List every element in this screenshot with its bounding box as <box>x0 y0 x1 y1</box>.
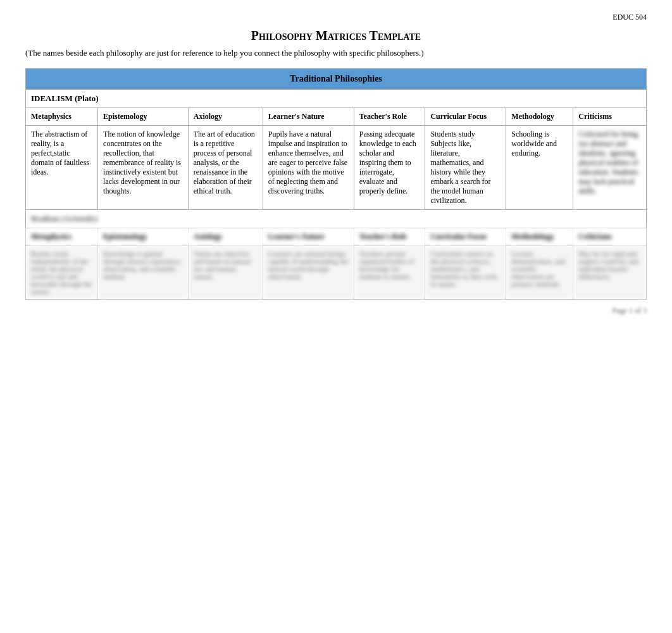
col2-header-epistemology: Epistemology <box>98 228 189 246</box>
realism-axiology: Values are objective and based on natura… <box>188 246 263 300</box>
realism-learner-nature: Learners are rational beings capable of … <box>263 246 354 300</box>
idealism-epistemology: The notion of knowledge concentrates on … <box>98 126 189 210</box>
second-content-row: Reality exists independently of the mind… <box>26 246 647 300</box>
idealism-teacher-role: Passing adecquate knowledge to each scho… <box>354 126 425 210</box>
col2-header-learner-nature: Learner's Nature <box>263 228 354 246</box>
idealism-metaphysics: The abstractism of reality, is a perfect… <box>26 126 98 210</box>
column-headers-row: Metaphysics Epistemology Axiology Learne… <box>26 108 647 126</box>
idealism-label-row: IDEALISM (Plato) <box>26 90 647 108</box>
realism-curricular-focus: Curriculum centers on the physical scien… <box>425 246 506 300</box>
col-header-learner-nature: Learner's Nature <box>263 108 354 126</box>
course-label: EDUC 504 <box>25 13 647 22</box>
section-header: Traditional Philosophies <box>26 69 647 90</box>
idealism-content-row: The abstractism of reality, is a perfect… <box>26 126 647 210</box>
col-header-methodology: Methodology <box>506 108 573 126</box>
idealism-axiology: The art of education is a repetitive pro… <box>188 126 263 210</box>
idealism-curricular-focus: Students study Subjects like, literature… <box>425 126 506 210</box>
realism-metaphysics: Reality exists independently of the mind… <box>26 246 98 300</box>
realism-teacher-role: Teachers present organized bodies of kno… <box>354 246 425 300</box>
col-header-teacher-role: Teacher's Role <box>354 108 425 126</box>
col-header-curricular-focus: Curricular Focus <box>425 108 506 126</box>
second-section-label-row: Realism (Aristotle) <box>26 210 647 228</box>
page-number: Page 1 of 3 <box>25 306 647 316</box>
realism-methodology: Lecture, demonstration, and scientific o… <box>506 246 573 300</box>
idealism-criticisms: Criticized for being too abstract and id… <box>573 126 647 210</box>
second-column-headers-row: Metaphysics Epistemology Axiology Learne… <box>26 228 647 246</box>
realism-epistemology: Knowledge is gained through sensory expe… <box>98 246 189 300</box>
col2-header-axiology: Axiology <box>188 228 263 246</box>
second-section-label: Realism (Aristotle) <box>26 210 647 228</box>
col2-header-teacher-role: Teacher's Role <box>354 228 425 246</box>
philosophy-matrix-table: Traditional Philosophies IDEALISM (Plato… <box>25 68 647 300</box>
col2-header-criticisms: Criticisms <box>573 228 647 246</box>
realism-criticisms: May be too rigid and neglect creativity … <box>573 246 647 300</box>
idealism-label: IDEALISM (Plato) <box>26 90 647 108</box>
col2-header-methodology: Methodology <box>506 228 573 246</box>
col2-header-curricular-focus: Curricular Focus <box>425 228 506 246</box>
col-header-criticisms: Criticisms <box>573 108 647 126</box>
idealism-methodology: Schooling is worldwide and enduring. <box>506 126 573 210</box>
page-subtitle: (The names beside each philosophy are ju… <box>25 48 647 58</box>
page-title: Philosophy Matrices Template <box>25 28 647 43</box>
idealism-learner-nature: Pupils have a natural impulse and inspir… <box>263 126 354 210</box>
col2-header-metaphysics: Metaphysics <box>26 228 98 246</box>
col-header-metaphysics: Metaphysics <box>26 108 98 126</box>
col-header-epistemology: Epistemology <box>98 108 189 126</box>
section-header-row: Traditional Philosophies <box>26 69 647 90</box>
col-header-axiology: Axiology <box>188 108 263 126</box>
